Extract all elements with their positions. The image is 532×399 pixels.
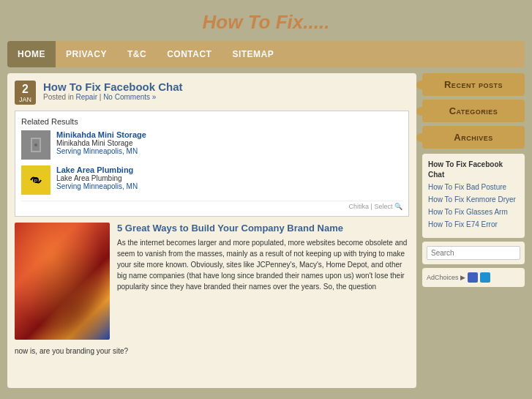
recent-link-2[interactable]: How To Fix Bad Posture bbox=[428, 182, 519, 193]
ad-icon-right bbox=[480, 272, 490, 283]
recent-link-4[interactable]: How To Fix Glasses Arm bbox=[428, 207, 519, 217]
categories-button[interactable]: Categories bbox=[422, 100, 525, 122]
related-item-1-sub: Minikahda Mini Storage bbox=[56, 139, 146, 147]
ad-icon-left bbox=[468, 272, 478, 283]
article-text: 5 Great Ways to Build Your Company Brand… bbox=[117, 223, 409, 340]
post-meta: Posted in Repair | No Comments » bbox=[43, 93, 183, 101]
recent-link-3[interactable]: How To Fix Kenmore Dryer bbox=[428, 195, 519, 205]
related-item-1: Minikahda Mini Storage Minikahda Mini St… bbox=[21, 130, 402, 160]
chitika-label: Chitika | Select bbox=[349, 203, 393, 210]
related-title: Related Results bbox=[21, 117, 402, 126]
sidebar: Recent posts Categories Archives How To … bbox=[422, 73, 525, 388]
related-box: Related Results Minikahda Mini Storage M… bbox=[15, 111, 409, 217]
recent-posts-button[interactable]: Recent posts bbox=[422, 73, 525, 96]
post-header: 2 Jan How To Fix Facebook Chat Posted in… bbox=[15, 81, 409, 105]
related-item-2-sub: Lake Area Plumbing bbox=[56, 174, 138, 182]
svg-point-2 bbox=[34, 143, 37, 146]
chitika-bar: Chitika | Select 🔍 bbox=[21, 201, 402, 210]
search-input[interactable] bbox=[427, 246, 520, 260]
nav-item-contact[interactable]: CONTACT bbox=[157, 41, 222, 67]
recent-link-1[interactable]: How To Fix Facebook Chat bbox=[428, 160, 519, 180]
nav-item-privacy[interactable]: PRIVACY bbox=[56, 41, 117, 67]
meta-category[interactable]: Repair bbox=[76, 93, 97, 101]
article-image bbox=[15, 223, 110, 340]
post-title[interactable]: How To Fix Facebook Chat bbox=[43, 81, 183, 93]
post-day: 2 bbox=[19, 82, 31, 96]
main-wrapper: 2 Jan How To Fix Facebook Chat Posted in… bbox=[7, 73, 525, 388]
site-title: How To Fix..... bbox=[0, 0, 532, 41]
meta-posted: Posted in bbox=[43, 93, 74, 101]
article-image-placeholder bbox=[15, 223, 110, 340]
article-title[interactable]: 5 Great Ways to Build Your Company Brand… bbox=[117, 223, 409, 234]
date-box: 2 Jan bbox=[15, 81, 36, 105]
meta-comments[interactable]: No Comments » bbox=[103, 93, 156, 101]
search-box bbox=[422, 242, 525, 264]
related-item-2-content: Lake Area Plumbing Lake Area Plumbing Se… bbox=[56, 165, 138, 190]
ad-choices[interactable]: AdChoices ▶ bbox=[427, 272, 520, 283]
related-item-1-name[interactable]: Minikahda Mini Storage bbox=[56, 130, 146, 139]
article-body: As the internet becomes larger and more … bbox=[117, 237, 409, 292]
post-title-area: How To Fix Facebook Chat Posted in Repai… bbox=[43, 81, 183, 101]
related-icon-plumbing: P bbox=[21, 165, 50, 195]
article-section: 5 Great Ways to Build Your Company Brand… bbox=[15, 223, 409, 340]
svg-text:P: P bbox=[34, 178, 37, 184]
article-bottom: now is, are you branding your site? bbox=[15, 346, 409, 357]
related-item-2-loc: Serving Minneapolis, MN bbox=[56, 182, 138, 190]
content-area: 2 Jan How To Fix Facebook Chat Posted in… bbox=[7, 73, 416, 388]
archives-button[interactable]: Archives bbox=[422, 126, 525, 149]
nav-bar: HOME PRIVACY T&C CONTACT SITEMAP bbox=[7, 41, 525, 67]
ad-choices-label: AdChoices ▶ bbox=[427, 274, 465, 281]
select-icon[interactable]: 🔍 bbox=[394, 203, 402, 210]
related-item-2-name[interactable]: Lake Area Plumbing bbox=[56, 165, 138, 174]
nav-item-sitemap[interactable]: SITEMAP bbox=[222, 41, 284, 67]
recent-posts-links: How To Fix Facebook Chat How To Fix Bad … bbox=[422, 154, 525, 238]
ad-box: AdChoices ▶ bbox=[422, 268, 525, 287]
related-item-1-loc: Serving Minneapolis, MN bbox=[56, 147, 146, 155]
related-item-2: P Lake Area Plumbing Lake Area Plumbing … bbox=[21, 165, 402, 195]
nav-item-home[interactable]: HOME bbox=[7, 41, 56, 67]
related-icon-storage bbox=[21, 130, 50, 160]
nav-item-tc[interactable]: T&C bbox=[117, 41, 157, 67]
related-item-1-content: Minikahda Mini Storage Minikahda Mini St… bbox=[56, 130, 146, 155]
post-month: Jan bbox=[19, 96, 31, 103]
recent-link-5[interactable]: How To Fix E74 Error bbox=[428, 220, 519, 230]
